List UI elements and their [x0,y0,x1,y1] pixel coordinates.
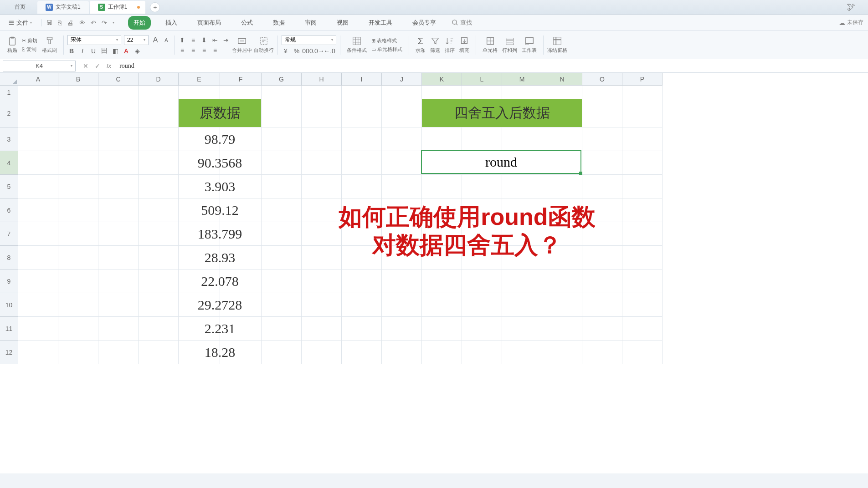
cell-A12[interactable] [18,341,58,364]
cell-I6[interactable] [342,198,382,222]
comma-button[interactable]: 000 [303,47,312,55]
cell-P6[interactable] [622,198,663,222]
cell-D8[interactable] [139,246,179,269]
freeze-button[interactable]: 冻结窗格 [547,36,567,54]
save-as-icon[interactable]: ⎘ [58,19,62,26]
cell-M8[interactable] [502,246,542,269]
cell-C3[interactable] [98,127,139,151]
row-header-10[interactable]: 10 [0,293,18,317]
cell-H4[interactable] [302,151,342,175]
underline-button[interactable]: U [89,47,98,55]
cell-G4[interactable] [262,151,302,175]
tab-add-button[interactable]: + [150,2,160,12]
cell-H3[interactable] [302,127,342,151]
cell-J6[interactable] [382,198,422,222]
search-button[interactable]: 查找 [452,19,472,27]
indent-dec-button[interactable]: ⇤ [211,36,219,44]
indent-inc-button[interactable]: ⇥ [222,36,230,44]
cell-B8[interactable] [58,246,98,269]
header-source[interactable]: 原数据 [179,99,262,127]
format-painter-button[interactable]: 格式刷 [42,36,57,54]
ribbon-tab-data[interactable]: 数据 [267,16,290,30]
cell-I9[interactable] [342,269,382,293]
cell-I12[interactable] [342,341,382,364]
cell-I7[interactable] [342,222,382,246]
row-header-7[interactable]: 7 [0,222,18,246]
cell-K10[interactable] [422,293,462,317]
cell-D3[interactable] [139,127,179,151]
cell-P7[interactable] [622,222,663,246]
font-color-button[interactable]: A [122,47,130,55]
rows-cols-button[interactable]: 行和列 [502,36,517,54]
decimal-inc-button[interactable]: .0→ [314,47,323,55]
cell-G9[interactable] [262,269,302,293]
col-header-G[interactable]: G [262,73,302,86]
select-all-corner[interactable] [0,73,18,86]
merge-center-button[interactable]: 合并居中 [232,36,252,54]
col-header-F[interactable]: F [220,73,262,86]
col-header-C[interactable]: C [98,73,139,86]
cell-G2[interactable] [262,99,302,127]
cell-H10[interactable] [302,293,342,317]
cell-A3[interactable] [18,127,58,151]
ribbon-tab-formula[interactable]: 公式 [236,16,258,30]
font-name-combo[interactable]: 宋体▾ [67,35,121,45]
decimal-dec-button[interactable]: ←.0 [325,47,334,55]
currency-button[interactable]: ¥ [282,47,290,55]
cell-A8[interactable] [18,246,58,269]
highlight-button[interactable]: ◈ [133,47,141,55]
align-right-button[interactable]: ≡ [200,46,208,54]
formula-input[interactable]: round [116,61,868,71]
cell-P2[interactable] [622,99,663,127]
row-header-11[interactable]: 11 [0,317,18,341]
data-cell-7[interactable]: 183.799 [179,222,262,246]
cell-K7[interactable] [422,222,462,246]
tab-document[interactable]: W 文字文稿1 [37,1,89,14]
align-middle-button[interactable]: ≡ [189,36,197,44]
cell-K11[interactable] [422,317,462,341]
cell-L3[interactable] [462,127,502,151]
cell-N3[interactable] [542,127,582,151]
col-header-D[interactable]: D [139,73,179,86]
cell-M10[interactable] [502,293,542,317]
cell-L11[interactable] [462,317,502,341]
cell-N7[interactable] [542,222,582,246]
cell-O5[interactable] [582,175,622,198]
cond-format-button[interactable]: 条件格式 [347,36,367,54]
cell-L6[interactable] [462,198,502,222]
row-header-5[interactable]: 5 [0,175,18,198]
cell-C6[interactable] [98,198,139,222]
cell-D10[interactable] [139,293,179,317]
ribbon-tab-insert[interactable]: 插入 [160,16,183,30]
cell-C10[interactable] [98,293,139,317]
align-justify-button[interactable]: ≡ [211,46,219,54]
cell-D6[interactable] [139,198,179,222]
cell-M6[interactable] [502,198,542,222]
data-cell-8[interactable]: 28.93 [179,246,262,269]
cell-L8[interactable] [462,246,502,269]
cell-G1[interactable] [262,86,302,99]
cell-O12[interactable] [582,341,622,364]
cell-I10[interactable] [342,293,382,317]
cell-G11[interactable] [262,317,302,341]
name-box[interactable]: K4 ▾ [3,61,76,71]
print-icon[interactable]: 🖨 [67,19,73,26]
fill-color-button[interactable]: ◧ [111,47,119,55]
cell-A4[interactable] [18,151,58,175]
cell-J8[interactable] [382,246,422,269]
fill-button[interactable]: 填充 [459,36,469,54]
cell-P8[interactable] [622,246,663,269]
data-cell-4[interactable]: 90.3568 [179,151,262,175]
cell-L7[interactable] [462,222,502,246]
cell-P9[interactable] [622,269,663,293]
cancel-icon[interactable]: ✕ [83,62,88,70]
cell-H11[interactable] [302,317,342,341]
align-center-button[interactable]: ≡ [189,46,197,54]
cell-K3[interactable] [422,127,462,151]
auto-wrap-button[interactable]: 自动换行 [254,36,274,54]
cell-C7[interactable] [98,222,139,246]
border-button[interactable]: 田 [100,47,108,55]
cell-N9[interactable] [542,269,582,293]
header-rounded[interactable]: 四舍五入后数据 [422,99,582,127]
cell-H2[interactable] [302,99,342,127]
